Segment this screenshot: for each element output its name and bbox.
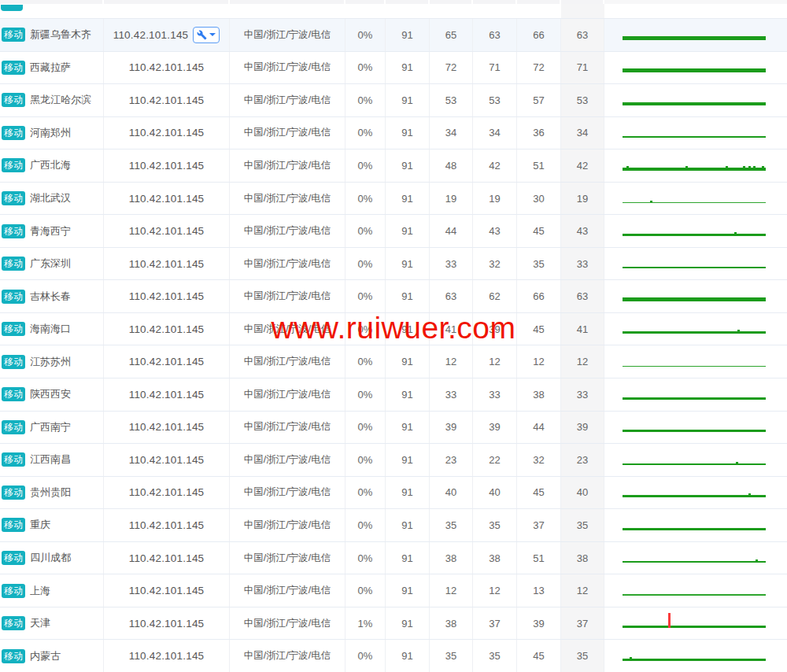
table-row[interactable]: 移动广西南宁110.42.101.145中国/浙江/宁波/电信0%9139394… [0, 411, 787, 444]
sent-cell: 91 [386, 84, 430, 116]
table-row[interactable]: 移动陕西西安110.42.101.145中国/浙江/宁波/电信0%9133333… [0, 378, 787, 411]
table-row[interactable]: 移动河南郑州110.42.101.145中国/浙江/宁波/电信0%9134343… [0, 116, 787, 150]
ip-address: 110.42.101.145 [129, 421, 205, 433]
loss-cell: 0% [345, 412, 386, 444]
loss-cell: 0% [345, 542, 386, 574]
node-cell: 移动陕西西安 [0, 378, 104, 411]
min-latency-cell: 35 [473, 509, 517, 541]
carrier-tab-indicator[interactable] [1, 5, 23, 11]
geo-cell: 中国/浙江/宁波/电信 [230, 607, 345, 640]
max-latency-cell: 66 [517, 280, 561, 312]
node-cell: 移动天津 [0, 607, 104, 640]
geo-cell: 中国/浙江/宁波/电信 [230, 345, 345, 378]
table-row[interactable]: 移动广东深圳110.42.101.145中国/浙江/宁波/电信0%9133323… [0, 247, 787, 280]
table-row[interactable]: 移动广西北海110.42.101.145中国/浙江/宁波/电信0%9148425… [0, 149, 787, 182]
header-cell-chart [604, 0, 787, 4]
avg-latency-cell: 48 [430, 150, 473, 182]
sparkline-bar [623, 168, 766, 171]
ip-address: 110.42.101.145 [129, 618, 205, 630]
avg-latency-cell: 33 [430, 248, 473, 280]
ip-cell: 110.42.101.145 [104, 215, 230, 247]
last-latency-cell: 33 [561, 248, 604, 280]
node-cell: 移动河南郑州 [0, 117, 104, 150]
last-latency-cell: 23 [561, 444, 604, 476]
ip-address: 110.42.101.145 [129, 454, 205, 466]
loss-cell: 0% [345, 345, 386, 378]
table-row[interactable]: 移动湖北武汉110.42.101.145中国/浙江/宁波/电信0%9119193… [0, 182, 787, 215]
last-latency-cell: 33 [561, 378, 604, 411]
latency-chart-cell [604, 477, 787, 509]
node-name: 河南郑州 [30, 126, 71, 140]
ip-address: 110.42.101.145 [129, 519, 205, 531]
min-latency-cell: 22 [473, 444, 517, 476]
wrench-dropdown-button[interactable] [193, 27, 220, 43]
carrier-badge: 移动 [2, 126, 25, 140]
sparkline-bar [623, 397, 766, 400]
carrier-badge: 移动 [2, 420, 25, 434]
min-latency-cell: 63 [473, 19, 517, 51]
latency-sparkline [623, 381, 766, 400]
max-latency-cell: 36 [517, 117, 561, 150]
loss-cell: 0% [345, 640, 386, 672]
node-cell: 移动广西北海 [0, 150, 104, 182]
table-row[interactable]: 移动青海西宁110.42.101.145中国/浙江/宁波/电信0%9144434… [0, 214, 787, 247]
loss-cell: 0% [345, 117, 386, 150]
loss-cell: 0% [345, 280, 386, 312]
max-latency-cell: 45 [517, 313, 561, 345]
table-row[interactable]: 移动吉林长春110.42.101.145中国/浙江/宁波/电信0%9163626… [0, 279, 787, 312]
latency-sparkline [623, 478, 766, 497]
last-latency-cell: 35 [561, 509, 604, 541]
loss-cell: 0% [345, 150, 386, 182]
header-cell-loss [345, 0, 386, 4]
avg-latency-cell: 38 [430, 542, 473, 574]
sparkline-bar [623, 36, 766, 40]
table-row[interactable]: 移动江西南昌110.42.101.145中国/浙江/宁波/电信0%9123223… [0, 443, 787, 476]
table-row[interactable]: 移动上海110.42.101.145中国/浙江/宁波/电信0%911212131… [0, 574, 787, 607]
latency-sparkline [623, 544, 766, 563]
carrier-badge: 移动 [2, 355, 25, 369]
sparkline-bump [748, 493, 751, 495]
latency-chart-cell [604, 313, 787, 345]
sparkline-bump [743, 166, 745, 168]
table-row[interactable]: 移动天津110.42.101.145中国/浙江/宁波/电信1%913837393… [0, 607, 787, 640]
max-latency-cell: 66 [517, 19, 561, 51]
latency-chart-cell [604, 640, 787, 672]
latency-chart-cell [604, 215, 787, 247]
sent-cell: 91 [386, 183, 430, 215]
table-row[interactable]: 移动贵州贵阳110.42.101.145中国/浙江/宁波/电信0%9140404… [0, 476, 787, 509]
last-latency-cell: 34 [561, 117, 604, 150]
avg-latency-cell: 72 [430, 52, 473, 84]
table-row[interactable]: 移动重庆110.42.101.145中国/浙江/宁波/电信0%913535373… [0, 508, 787, 541]
table-row[interactable]: 移动新疆乌鲁木齐110.42.101.145中国/浙江/宁波/电信0%91656… [0, 18, 787, 51]
table-row[interactable]: 移动黑龙江哈尔滨110.42.101.145中国/浙江/宁波/电信0%91535… [0, 83, 787, 116]
max-latency-cell: 45 [517, 477, 561, 509]
loss-cell: 0% [345, 378, 386, 411]
geo-cell: 中国/浙江/宁波/电信 [230, 52, 345, 84]
latency-sparkline [623, 184, 766, 203]
table-row[interactable]: 移动西藏拉萨110.42.101.145中国/浙江/宁波/电信0%9172717… [0, 51, 787, 84]
sparkline-bar [623, 68, 766, 72]
ip-cell: 110.42.101.145 [104, 345, 230, 378]
latency-sparkline [623, 21, 766, 40]
geo-cell: 中国/浙江/宁波/电信 [230, 509, 345, 541]
loss-cell: 0% [345, 313, 386, 345]
node-name: 广西南宁 [30, 420, 71, 434]
geo-cell: 中国/浙江/宁波/电信 [230, 215, 345, 247]
table-row[interactable]: 移动内蒙古110.42.101.145中国/浙江/宁波/电信0%91353545… [0, 639, 787, 672]
latency-sparkline [623, 217, 766, 236]
sent-cell: 91 [386, 412, 430, 444]
sparkline-bump [734, 232, 737, 234]
max-latency-cell: 57 [517, 84, 561, 116]
latency-chart-cell [604, 52, 787, 84]
min-latency-cell: 53 [473, 84, 517, 116]
min-latency-cell: 33 [473, 378, 517, 411]
min-latency-cell: 38 [473, 542, 517, 574]
table-row[interactable]: 移动江苏苏州110.42.101.145中国/浙江/宁波/电信0%9112121… [0, 345, 787, 378]
table-row[interactable]: 移动海南海口110.42.101.145中国/浙江/宁波/电信0%9141394… [0, 312, 787, 345]
avg-latency-cell: 35 [430, 509, 473, 541]
loss-cell: 0% [345, 509, 386, 541]
sent-cell: 91 [386, 345, 430, 378]
carrier-badge: 移动 [2, 158, 25, 172]
node-name: 西藏拉萨 [30, 61, 71, 75]
table-row[interactable]: 移动四川成都110.42.101.145中国/浙江/宁波/电信0%9138385… [0, 541, 787, 574]
